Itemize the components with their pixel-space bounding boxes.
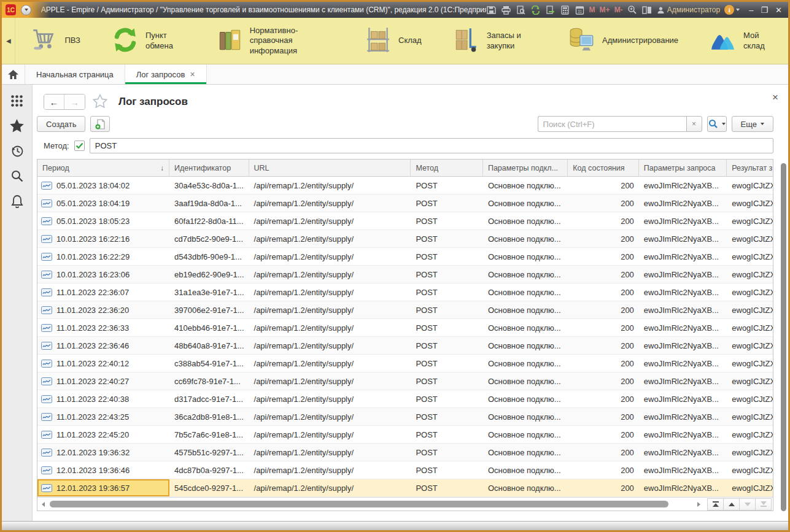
user-icon xyxy=(657,6,665,14)
favorite-star-icon[interactable] xyxy=(93,94,107,110)
forward-button[interactable]: → xyxy=(64,94,85,109)
link-document-icon[interactable] xyxy=(545,5,556,15)
table-row[interactable]: 11.01.2023 22:40:12 c388ab54-91e7-1... /… xyxy=(37,355,773,372)
print-preview-icon[interactable] xyxy=(516,5,526,15)
split-window-icon[interactable] xyxy=(642,5,653,15)
go-last-button[interactable] xyxy=(755,498,772,511)
titlebar-menu-icon[interactable] xyxy=(21,5,31,15)
memory-m-button[interactable]: M xyxy=(589,6,595,14)
method-filter-input[interactable] xyxy=(90,138,773,153)
go-next-button[interactable] xyxy=(739,498,756,511)
cell-result: ewogICJtZX xyxy=(732,341,773,350)
sync-exchange-icon[interactable] xyxy=(530,5,541,15)
search-clear-button[interactable]: × xyxy=(686,116,702,132)
more-button[interactable]: Еще xyxy=(732,116,773,132)
calculator-icon[interactable] xyxy=(560,5,570,15)
method-checkbox[interactable] xyxy=(74,141,85,151)
ribbon-item-zakupki[interactable]: Запасы и закупки xyxy=(438,26,553,56)
column-header-result[interactable]: Результат з xyxy=(727,160,773,176)
horizontal-scroll-thumb[interactable] xyxy=(50,501,668,507)
info-icon[interactable]: i xyxy=(724,5,740,15)
table-row[interactable]: 12.01.2023 19:36:46 4dc87b0a-9297-1... /… xyxy=(37,461,773,479)
column-header-url[interactable]: URL xyxy=(249,160,411,176)
favorites-star-icon[interactable] xyxy=(10,118,25,133)
table-row[interactable]: 11.01.2023 22:36:46 48b640a8-91e7-1... /… xyxy=(37,337,773,355)
notifications-bell-icon[interactable] xyxy=(10,194,25,209)
ribbon-item-label: Мой склад xyxy=(743,31,772,51)
table-row[interactable]: 05.01.2023 18:04:02 30a4e53c-8d0a-1... /… xyxy=(37,177,773,195)
horizontal-scroll-track[interactable] xyxy=(48,498,693,511)
table-row[interactable]: 11.01.2023 22:40:38 d317adcc-91e7-1... /… xyxy=(37,390,773,408)
cell-connection-params: Основное подклю... xyxy=(488,288,561,297)
ribbon-item-exchange[interactable]: Пункт обмена xyxy=(96,26,201,56)
page-close-button[interactable]: × xyxy=(772,92,778,102)
ribbon-item-pvz[interactable]: ПВЗ xyxy=(15,26,96,56)
horizontal-scrollbar[interactable] xyxy=(37,497,773,511)
ribbon-item-moysklad[interactable]: Мой склад xyxy=(694,26,788,56)
scroll-right-icon[interactable] xyxy=(693,498,704,511)
table-row[interactable]: 12.01.2023 19:36:57 545cdce0-9297-1... /… xyxy=(37,479,773,497)
create-button[interactable]: Создать xyxy=(37,116,85,132)
cell-identifier: d543dbf6-90e9-1... xyxy=(174,252,242,261)
folders-icon xyxy=(215,26,244,56)
copy-record-button[interactable] xyxy=(90,116,110,132)
column-header-identifier[interactable]: Идентификатор xyxy=(169,160,249,176)
tab-close-icon[interactable]: × xyxy=(190,70,195,79)
search-input[interactable] xyxy=(538,116,686,132)
table-row[interactable]: 11.01.2023 22:43:25 36ca2db8-91e8-1... /… xyxy=(37,408,773,426)
save-icon[interactable] xyxy=(486,5,497,15)
search-icon[interactable] xyxy=(10,169,25,183)
search-options-button[interactable] xyxy=(707,116,727,132)
column-header-period[interactable]: Период ↓ xyxy=(37,160,169,176)
table-row[interactable]: 11.01.2023 22:40:27 cc69fc78-91e7-1... /… xyxy=(37,372,773,390)
cell-status-code: 200 xyxy=(621,288,634,297)
menu-grid-icon[interactable] xyxy=(10,93,25,108)
cell-request-params: ewoJImRlc2NyaXB... xyxy=(644,448,719,457)
ribbon-item-administration[interactable]: Администрирование xyxy=(553,26,694,56)
table-row[interactable]: 10.01.2023 16:23:06 eb19ed62-90e9-1... /… xyxy=(37,266,773,283)
table-row[interactable]: 11.01.2023 22:36:07 31a1ea3e-91e7-1... /… xyxy=(37,283,773,301)
column-header-connection-params[interactable]: Параметры подкл... xyxy=(483,160,568,176)
scroll-left-icon[interactable] xyxy=(37,498,48,511)
cell-connection-params: Основное подклю... xyxy=(488,323,561,333)
go-previous-button[interactable] xyxy=(723,498,740,511)
column-header-request-params[interactable]: Параметры запроса xyxy=(639,160,727,176)
history-icon[interactable] xyxy=(10,144,25,158)
go-first-button[interactable] xyxy=(707,498,724,511)
calendar-icon[interactable]: 31 xyxy=(575,5,585,15)
tab-bar: Начальная страница Лог запросов × xyxy=(2,64,788,85)
memory-m-plus-button[interactable]: M+ xyxy=(600,6,610,14)
vertical-scrollbar[interactable] xyxy=(781,163,786,511)
table-row[interactable]: 12.01.2023 19:36:32 4575b51c-9297-1... /… xyxy=(37,444,773,461)
close-button[interactable]: ✕ xyxy=(775,6,782,15)
column-header-method[interactable]: Метод xyxy=(411,160,483,176)
cell-status-code: 200 xyxy=(621,252,634,261)
memory-m-minus-button[interactable]: M- xyxy=(614,6,623,14)
print-icon[interactable] xyxy=(501,5,511,15)
vertical-scroll-thumb[interactable] xyxy=(781,163,786,511)
home-button[interactable] xyxy=(2,64,25,84)
table-row[interactable]: 05.01.2023 18:04:19 3aaf19da-8d0a-1... /… xyxy=(37,195,773,212)
column-header-status-code[interactable]: Код состояния xyxy=(568,160,639,176)
table-row[interactable]: 10.01.2023 16:22:16 cd7db5c2-90e9-1... /… xyxy=(37,230,773,248)
table-row[interactable]: 11.01.2023 22:36:33 410ebb46-91e7-1... /… xyxy=(37,319,773,337)
table-row[interactable]: 11.01.2023 22:45:20 7b5c7a6c-91e8-1... /… xyxy=(37,426,773,444)
table-row[interactable]: 11.01.2023 22:36:20 397006e2-91e7-1... /… xyxy=(37,301,773,319)
table-row[interactable]: 10.01.2023 16:22:29 d543dbf6-90e9-1... /… xyxy=(37,248,773,266)
ribbon-item-nsi[interactable]: Нормативно-справочная информация xyxy=(201,26,349,56)
tab-home-page[interactable]: Начальная страница xyxy=(25,64,125,84)
table-row[interactable]: 05.01.2023 18:05:23 60fa1f22-8d0a-11... … xyxy=(37,212,773,230)
tab-request-log[interactable]: Лог запросов × xyxy=(125,64,207,84)
ribbon-item-sklad[interactable]: Склад xyxy=(349,26,438,56)
maximize-button[interactable]: ❐ xyxy=(761,6,768,15)
cell-request-params: ewoJImRlc2NyaXB... xyxy=(644,288,719,297)
zoom-icon[interactable] xyxy=(627,5,638,15)
minimize-button[interactable]: – xyxy=(749,6,753,15)
current-user[interactable]: Администратор xyxy=(657,6,721,14)
ribbon-collapse-button[interactable]: ◀ xyxy=(2,18,15,64)
titlebar: 1С APPLE - Empire / Администратор / "Упр… xyxy=(2,2,788,18)
back-button[interactable]: ← xyxy=(44,94,64,109)
cell-method: POST xyxy=(416,270,437,279)
record-icon xyxy=(41,360,52,368)
cell-request-params: ewoJImRlc2NyaXB... xyxy=(644,252,719,261)
